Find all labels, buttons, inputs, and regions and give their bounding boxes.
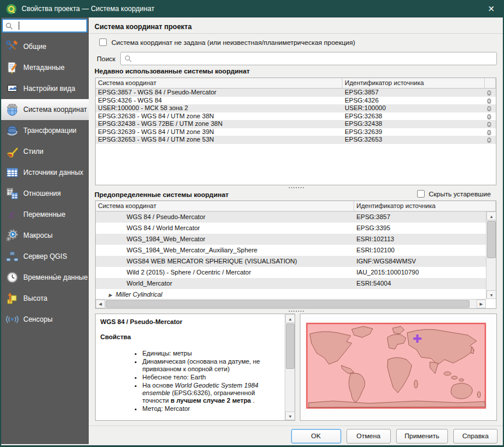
recent-crs-title: Недавно использованные системы координат (94, 68, 250, 75)
crs-search-input[interactable] (135, 55, 493, 62)
horizontal-scrollbar[interactable]: ◀ ▶ (96, 299, 486, 308)
hide-deprecated-checkbox[interactable] (417, 190, 425, 198)
expand-arrow-icon[interactable]: ▶ (108, 293, 112, 298)
dialog-buttons: OK Отмена Применить Справка (89, 429, 498, 444)
vertical-scrollbar[interactable]: ▲ ▼ (285, 314, 295, 420)
search-icon (5, 22, 13, 30)
remove-crs-icon[interactable]: ✕ (487, 106, 491, 111)
crs-info-content: WGS 84 / Pseudo-Mercator Свойства Единиц… (96, 314, 285, 420)
sidebar-item-temporal[interactable]: Временны́е данные (1, 267, 89, 288)
scrollbar-thumb[interactable] (106, 300, 470, 308)
clock-icon (6, 271, 19, 284)
table-row[interactable]: EPSG:32639 - WGS 84 / UTM zone 39N EPSG:… (96, 128, 496, 136)
column-header-crs[interactable]: Система координат (96, 201, 354, 211)
sidebar-item-styles[interactable]: Стили (1, 141, 89, 162)
crs-name: WGS 84 / World Mercator (96, 223, 354, 234)
scroll-down-icon[interactable]: ▼ (285, 411, 295, 420)
sidebar-item-variables[interactable]: ε Переменные (1, 204, 89, 225)
sidebar-item-label: Трансформации (23, 126, 76, 135)
sidebar-item-label: Настройки вида (23, 85, 75, 93)
crs-id: IAU_2015:100010790 (354, 267, 486, 278)
predefined-rows: WGS 84 / Pseudo-Mercator EPSG:3857 WGS 8… (96, 212, 486, 299)
crs-search-field[interactable] (120, 52, 497, 65)
sidebar-item-qgis-server[interactable]: Сервер QGIS (1, 246, 89, 267)
table-row[interactable]: WGS_1984_Web_Mercator_Auxiliary_Sphere E… (96, 245, 486, 256)
sidebar-item-general[interactable]: Общие (1, 36, 89, 57)
splitter-handle[interactable] (89, 186, 503, 189)
sidebar-item-label: Сервер QGIS (23, 252, 67, 261)
sidebar-search-input[interactable] (15, 22, 74, 29)
tools-icon (6, 40, 19, 53)
window-title: Свойства проекта — Система координат (22, 5, 480, 13)
table-row[interactable]: WGS 84 / Pseudo-Mercator EPSG:3857 (96, 212, 486, 223)
table-row[interactable]: EPSG:4326 - WGS 84 EPSG:4326 ✕ (96, 97, 496, 105)
scroll-right-icon[interactable]: ▶ (477, 300, 486, 308)
scrollbar-thumb[interactable] (286, 323, 295, 369)
table-row[interactable]: Wild 2 (2015) - Sphere / Ocentric / Merc… (96, 267, 486, 278)
predefined-table-header: Система координат Идентификатор источник… (96, 201, 496, 212)
crs-group-name: Miller Cylindrical (116, 291, 162, 298)
table-row[interactable]: EPSG:32653 - WGS 84 / UTM zone 53N EPSG:… (96, 136, 496, 144)
remove-crs-icon[interactable]: ✕ (487, 90, 491, 96)
scroll-left-icon[interactable]: ◀ (96, 300, 105, 308)
vertical-scrollbar[interactable]: ▲ ▼ (486, 212, 496, 299)
close-icon[interactable]: ✕ (484, 4, 498, 13)
help-button[interactable]: Справка (453, 429, 498, 444)
world-map-preview (300, 314, 496, 420)
table-row[interactable]: EPSG:32438 - WGS 72BE / UTM zone 38N EPS… (96, 120, 496, 128)
remove-crs-icon[interactable]: ✕ (487, 98, 491, 104)
hide-deprecated-row: Скрыть устаревшие (417, 190, 491, 198)
separator (89, 33, 503, 34)
table-row[interactable]: WGS 84 / World Mercator EPSG:3395 (96, 223, 486, 234)
sidebar-item-sensors[interactable]: Сенсоры (1, 309, 89, 330)
sidebar-item-data-sources[interactable]: Источники данных (1, 162, 89, 183)
column-header-authority-id[interactable]: Идентификатор источника (354, 201, 496, 211)
sidebar-list: Общие Метаданные На (1, 36, 89, 330)
sensor-signal-icon (6, 313, 19, 326)
scroll-up-icon[interactable]: ▲ (285, 314, 295, 323)
globe-crs-icon (6, 103, 19, 116)
crs-name: WGS_1984_Web_Mercator (96, 234, 354, 245)
scroll-up-icon[interactable]: ▲ (487, 212, 496, 220)
crs-id: EPSG:32653 (342, 136, 485, 144)
table-row[interactable]: USER:100000 - МСК 58 зона 2 USER:100000 … (96, 104, 496, 112)
table-row[interactable]: WGS_1984_Web_Mercator ESRI:102113 (96, 234, 486, 245)
elevation-arrow-icon (6, 292, 19, 305)
scroll-down-icon[interactable]: ▼ (487, 290, 496, 299)
table-row[interactable]: EPSG:32638 - WGS 84 / UTM zone 38N EPSG:… (96, 112, 496, 121)
cancel-button[interactable]: Отмена (346, 429, 391, 444)
table-row[interactable]: WGS84 WEB MERCATOR SPHERIQUE (VISUALISAT… (96, 256, 486, 267)
sidebar-item-macros[interactable]: Макросы (1, 225, 89, 246)
sidebar-item-label: Система координат (23, 105, 87, 114)
sidebar-item-elevation[interactable]: Высота (1, 288, 89, 309)
remove-crs-icon[interactable]: ✕ (487, 138, 491, 143)
property-item: На основе World Geodetic System 1984 ens… (142, 382, 282, 404)
server-network-icon (6, 250, 19, 263)
table-row[interactable]: World_Mercator ESRI:54004 (96, 278, 486, 289)
sidebar-item-relations[interactable]: Отношения (1, 183, 89, 204)
separator (89, 425, 503, 426)
sidebar-item-label: Общие (23, 43, 46, 51)
remove-crs-icon[interactable]: ✕ (487, 130, 491, 135)
sidebar-item-view-settings[interactable]: Настройки вида (1, 78, 89, 99)
apply-button[interactable]: Применить (396, 429, 448, 444)
property-item: Небесное тело: Earth (142, 374, 282, 381)
table-group-row[interactable]: ▶Miller Cylindrical (96, 289, 486, 299)
sidebar-search-field[interactable] (2, 19, 88, 33)
remove-crs-icon[interactable]: ✕ (487, 122, 491, 127)
ok-button[interactable]: OK (291, 429, 341, 444)
column-header-authority-id[interactable]: Идентификатор источника (342, 78, 485, 88)
crs-name: USER:100000 - МСК 58 зона 2 (96, 104, 342, 112)
crs-name: EPSG:4326 - WGS 84 (96, 97, 342, 105)
sidebar-item-crs[interactable]: Система координат (1, 99, 89, 120)
sidebar-item-metadata[interactable]: Метаданные (1, 57, 89, 78)
epsilon-icon: ε (6, 208, 19, 221)
table-row[interactable]: EPSG:3857 - WGS 84 / Pseudo-Mercator EPS… (96, 89, 496, 97)
crs-name: WGS_1984_Web_Mercator_Auxiliary_Sphere (96, 245, 354, 256)
no-crs-checkbox[interactable] (99, 38, 107, 46)
sidebar-item-transformations[interactable]: Трансформации (1, 120, 89, 141)
splitter-handle[interactable] (89, 309, 503, 312)
remove-crs-icon[interactable]: ✕ (487, 114, 491, 119)
column-header-crs[interactable]: Система координат (96, 78, 342, 88)
scrollbar-thumb[interactable] (487, 221, 496, 258)
